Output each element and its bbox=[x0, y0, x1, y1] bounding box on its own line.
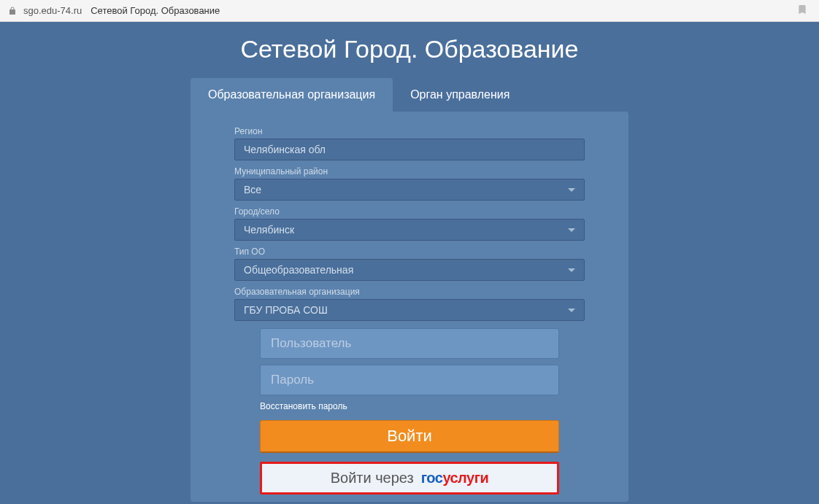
gosuslugi-button[interactable]: Войти через госуслуги bbox=[260, 462, 559, 495]
org-value: ГБУ ПРОБА СОШ bbox=[244, 304, 328, 316]
chevron-down-icon bbox=[568, 188, 575, 192]
tab-authority[interactable]: Орган управления bbox=[393, 78, 527, 112]
login-form: Регион Челябинская обл Муниципальный рай… bbox=[191, 112, 628, 502]
district-select[interactable]: Все bbox=[234, 179, 585, 201]
url-text[interactable]: sgo.edu-74.ru bbox=[23, 5, 82, 16]
forgot-password-link[interactable]: Восстановить пароль bbox=[260, 401, 559, 411]
org-group: Образовательная организация ГБУ ПРОБА СО… bbox=[234, 287, 585, 321]
tabs: Образовательная организация Орган управл… bbox=[191, 78, 628, 112]
org-select[interactable]: ГБУ ПРОБА СОШ bbox=[234, 299, 585, 321]
chevron-down-icon bbox=[568, 309, 575, 312]
gosuslugi-logo-red: услуги bbox=[442, 470, 488, 486]
login-container: Сетевой Город. Образование Образовательн… bbox=[191, 35, 628, 504]
chevron-down-icon bbox=[568, 268, 575, 272]
region-value: Челябинская обл bbox=[244, 144, 326, 155]
region-group: Регион Челябинская обл bbox=[234, 126, 585, 160]
username-input[interactable] bbox=[260, 328, 559, 359]
tab-organization[interactable]: Образовательная организация bbox=[191, 78, 393, 112]
credentials-section: Восстановить пароль Войти Войти через го… bbox=[234, 328, 585, 495]
type-group: Тип ОО Общеобразовательная bbox=[234, 247, 585, 281]
type-select[interactable]: Общеобразовательная bbox=[234, 259, 585, 281]
login-button[interactable]: Войти bbox=[260, 420, 559, 453]
browser-page-title: Сетевой Город. Образование bbox=[91, 5, 220, 16]
region-label: Регион bbox=[234, 126, 585, 136]
type-value: Общеобразовательная bbox=[244, 264, 353, 276]
city-label: Город/село bbox=[234, 206, 585, 217]
page-body: Сетевой Город. Образование Образовательн… bbox=[0, 22, 819, 504]
type-label: Тип ОО bbox=[234, 247, 585, 257]
region-select[interactable]: Челябинская обл bbox=[234, 139, 585, 160]
browser-address-bar: sgo.edu-74.ru Сетевой Город. Образование bbox=[0, 0, 819, 22]
city-value: Челябинск bbox=[244, 224, 294, 236]
bookmark-icon[interactable] bbox=[796, 4, 808, 18]
chevron-down-icon bbox=[568, 228, 575, 232]
org-label: Образовательная организация bbox=[234, 287, 585, 297]
district-value: Все bbox=[244, 184, 261, 195]
page-title: Сетевой Город. Образование bbox=[191, 35, 628, 63]
city-group: Город/село Челябинск bbox=[234, 206, 585, 241]
gosuslugi-logo-blue: гос bbox=[421, 470, 443, 486]
district-label: Муниципальный район bbox=[234, 166, 585, 177]
city-select[interactable]: Челябинск bbox=[234, 219, 585, 241]
gosuslugi-prefix: Войти через bbox=[331, 470, 414, 486]
district-group: Муниципальный район Все bbox=[234, 166, 585, 201]
lock-icon bbox=[7, 6, 18, 16]
password-input[interactable] bbox=[260, 365, 559, 395]
